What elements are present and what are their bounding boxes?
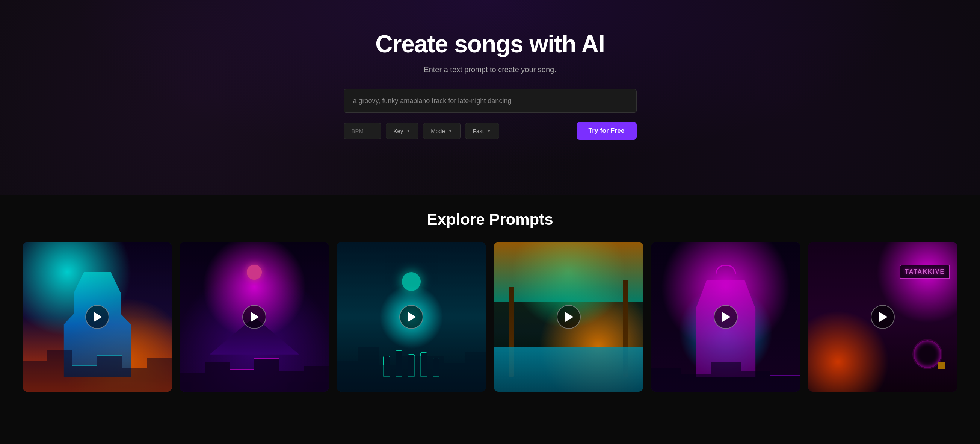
card-2-play-overlay[interactable] [180,242,329,392]
speed-label: Fast [473,128,484,134]
card-5-play-overlay[interactable] [651,242,800,392]
key-label: Key [394,128,403,134]
speed-chevron-icon: ▼ [487,128,491,133]
prompt-card-6[interactable]: TATAKKIVE [808,242,958,392]
play-icon-6 [879,312,888,322]
key-dropdown[interactable]: Key ▼ [386,123,419,139]
hero-content: Create songs with AI Enter a text prompt… [8,30,972,140]
explore-section: Explore Prompts [0,195,980,414]
play-icon-3 [408,312,416,322]
card-1-play-overlay[interactable] [22,242,172,392]
mode-dropdown[interactable]: Mode ▼ [423,123,460,139]
controls-row: Key ▼ Mode ▼ Fast ▼ Try for Free [344,122,637,140]
mode-label: Mode [431,128,445,134]
hero-section: Create songs with AI Enter a text prompt… [0,0,980,195]
play-icon-4 [565,312,574,322]
prompt-cards-grid: TATAKKIVE [22,242,958,392]
explore-title: Explore Prompts [22,211,958,228]
play-icon-2 [251,312,259,322]
card-6-play-overlay[interactable] [808,242,958,392]
play-icon-1 [94,312,102,322]
prompt-card-3[interactable] [337,242,486,392]
bpm-input[interactable] [344,123,381,139]
play-button-5[interactable] [714,305,738,329]
prompt-card-5[interactable] [651,242,800,392]
card-3-play-overlay[interactable] [337,242,486,392]
prompt-card-4[interactable] [493,242,643,392]
play-icon-5 [722,312,730,322]
speed-dropdown[interactable]: Fast ▼ [465,123,499,139]
key-chevron-icon: ▼ [406,128,410,133]
page-wrapper: Create songs with AI Enter a text prompt… [0,0,980,414]
prompt-container [344,89,637,113]
prompt-input[interactable] [344,89,637,113]
play-button-2[interactable] [242,305,266,329]
play-button-6[interactable] [871,305,895,329]
card-4-play-overlay[interactable] [493,242,643,392]
play-button-3[interactable] [399,305,423,329]
page-title: Create songs with AI [375,30,605,58]
try-for-free-button[interactable]: Try for Free [577,122,637,140]
prompt-card-1[interactable] [22,242,172,392]
prompt-card-2[interactable] [180,242,329,392]
mode-chevron-icon: ▼ [448,128,453,133]
play-button-4[interactable] [557,305,581,329]
play-button-1[interactable] [85,305,109,329]
hero-subtitle: Enter a text prompt to create your song. [424,65,556,74]
